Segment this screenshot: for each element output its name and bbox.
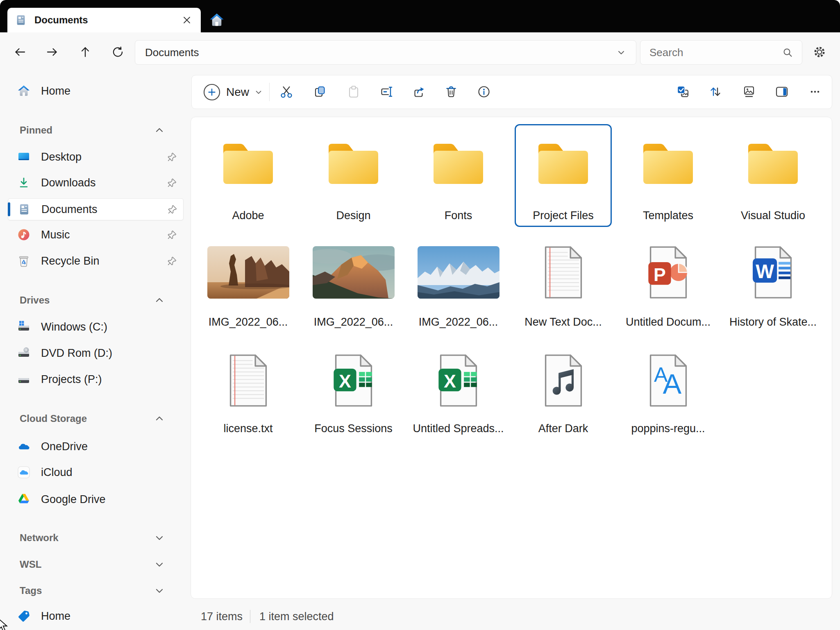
new-button[interactable]: New xyxy=(203,75,263,109)
file-history-of-skate[interactable]: History of Skate... xyxy=(724,231,822,333)
section-drives[interactable]: Drives xyxy=(20,292,183,308)
close-tab-icon[interactable] xyxy=(182,15,192,25)
sidebar-item-label: DVD Rom (D:) xyxy=(41,342,112,364)
file-untitled-spreadsheet[interactable]: Untitled Spreads... xyxy=(410,337,507,440)
chevron-down-icon[interactable] xyxy=(155,560,164,569)
folder-adobe[interactable]: Adobe xyxy=(200,124,297,227)
view-button[interactable] xyxy=(739,82,759,102)
tile-label: Focus Sessions xyxy=(301,420,406,437)
folder-project-files[interactable]: Project Files xyxy=(515,124,612,227)
chevron-up-icon[interactable] xyxy=(155,296,164,305)
file-after-dark[interactable]: After Dark xyxy=(515,337,612,440)
share-button[interactable] xyxy=(409,82,429,102)
folder-icon xyxy=(431,142,486,186)
back-icon xyxy=(14,45,27,59)
selection-indicator xyxy=(8,202,10,216)
sidebar-item-tag-home[interactable]: Home xyxy=(8,605,183,627)
recycle-bin-icon xyxy=(17,254,30,267)
rename-button[interactable] xyxy=(377,82,396,102)
delete-button[interactable] xyxy=(441,82,461,102)
new-button-label: New xyxy=(226,86,249,99)
sidebar-item-label: Projects (P:) xyxy=(41,369,102,390)
chevron-down-icon[interactable] xyxy=(616,48,626,57)
sidebar-item-google-drive[interactable]: Google Drive xyxy=(8,489,183,510)
view-thumbnails-icon xyxy=(742,85,756,99)
sort-button[interactable] xyxy=(706,82,725,102)
sidebar-item-onedrive[interactable]: OneDrive xyxy=(8,436,183,457)
chevron-down-icon[interactable] xyxy=(155,533,164,542)
up-button[interactable] xyxy=(76,43,94,61)
sidebar-item-home[interactable]: Home xyxy=(8,80,183,102)
rename-icon xyxy=(379,85,393,99)
section-network[interactable]: Network xyxy=(20,530,183,546)
tile-label: poppins-regu... xyxy=(615,420,721,437)
chevron-down-icon[interactable] xyxy=(155,586,164,595)
more-button[interactable] xyxy=(805,82,825,102)
sidebar-item-recycle-bin[interactable]: Recycle Bin xyxy=(8,250,183,272)
search-placeholder: Search xyxy=(649,41,683,64)
folder-icon xyxy=(326,142,381,186)
folder-icon xyxy=(536,142,590,186)
sidebar-item-documents[interactable]: Documents xyxy=(8,198,184,220)
folder-design[interactable]: Design xyxy=(305,124,402,227)
new-tab-home-button[interactable] xyxy=(207,10,227,30)
info-button[interactable] xyxy=(474,82,494,102)
sidebar-item-downloads[interactable]: Downloads xyxy=(8,172,183,193)
file-img-mountain[interactable]: IMG_2022_06... xyxy=(410,231,507,333)
paste-button[interactable] xyxy=(344,82,363,102)
audio-file-icon xyxy=(543,354,584,408)
details-pane-button[interactable] xyxy=(772,82,792,102)
sidebar-item-windows-c[interactable]: Windows (C:) xyxy=(8,316,183,338)
section-label: Tags xyxy=(20,585,42,596)
search-icon xyxy=(782,47,793,58)
file-license-txt[interactable]: license.txt xyxy=(200,337,297,440)
forward-button[interactable] xyxy=(43,43,61,61)
downloads-icon xyxy=(17,176,30,189)
tile-label: Fonts xyxy=(406,207,511,224)
section-wsl[interactable]: WSL xyxy=(20,556,183,573)
settings-button[interactable] xyxy=(810,43,829,61)
cut-button[interactable] xyxy=(277,82,296,102)
section-label: Pinned xyxy=(20,125,52,136)
google-drive-icon xyxy=(17,493,30,506)
file-focus-sessions[interactable]: Focus Sessions xyxy=(305,337,402,440)
refresh-button[interactable] xyxy=(109,43,127,61)
sidebar-item-label: Music xyxy=(41,224,70,245)
section-cloud-storage[interactable]: Cloud Storage xyxy=(20,410,183,427)
sidebar-item-label: OneDrive xyxy=(41,436,88,457)
sidebar-item-dvd-d[interactable]: DVD Rom (D:) xyxy=(8,342,183,364)
section-pinned[interactable]: Pinned xyxy=(20,122,183,138)
sidebar-item-desktop[interactable]: Desktop xyxy=(8,146,183,168)
back-button[interactable] xyxy=(11,43,29,61)
tile-label: Design xyxy=(301,207,406,224)
text-file-icon xyxy=(228,354,269,408)
file-untitled-document[interactable]: Untitled Docum... xyxy=(620,231,717,333)
sidebar-item-label: iCloud xyxy=(41,462,73,483)
image-thumbnail xyxy=(207,246,289,299)
file-img-desert[interactable]: IMG_2022_06... xyxy=(200,231,297,333)
address-bar[interactable]: Documents xyxy=(135,40,636,65)
file-new-text-doc[interactable]: New Text Doc... xyxy=(515,231,612,333)
sidebar-item-music[interactable]: Music xyxy=(8,224,183,245)
folder-templates[interactable]: Templates xyxy=(620,124,717,227)
info-icon xyxy=(477,85,491,99)
sidebar-item-icloud[interactable]: iCloud xyxy=(8,462,183,483)
file-grid: Adobe Design Fonts Project Files Templat… xyxy=(191,117,832,599)
copy-button[interactable] xyxy=(310,82,330,102)
section-tags[interactable]: Tags xyxy=(20,582,183,599)
sidebar-item-projects-p[interactable]: Projects (P:) xyxy=(8,369,183,390)
folder-visual-studio[interactable]: Visual Studio xyxy=(724,124,822,227)
chevron-up-icon[interactable] xyxy=(155,126,164,135)
file-poppins-regular[interactable]: poppins-regu... xyxy=(620,337,717,440)
search-input[interactable]: Search xyxy=(640,40,802,65)
titlebar: Documents xyxy=(0,0,840,32)
folder-fonts[interactable]: Fonts xyxy=(410,124,507,227)
tab-documents[interactable]: Documents xyxy=(7,8,201,32)
chevron-up-icon[interactable] xyxy=(155,414,164,423)
word-file-icon xyxy=(753,245,794,299)
share-icon xyxy=(412,85,426,99)
select-multiple-button[interactable] xyxy=(673,82,693,102)
tile-label: Visual Studio xyxy=(720,207,826,224)
music-icon xyxy=(17,228,30,241)
file-img-sunset[interactable]: IMG_2022_06... xyxy=(305,231,402,333)
